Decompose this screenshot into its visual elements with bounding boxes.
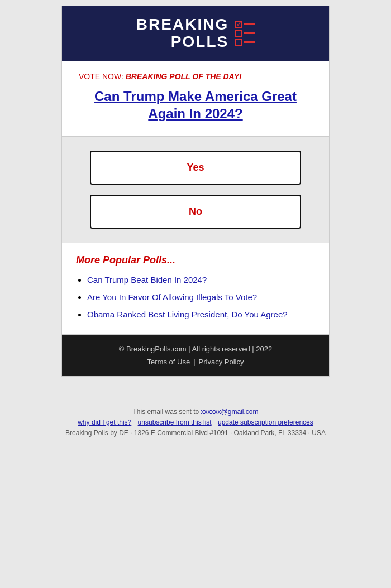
yes-button[interactable]: Yes bbox=[90, 151, 301, 185]
vote-label: VOTE NOW: BREAKING POLL OF THE DAY! bbox=[79, 72, 312, 81]
logo-row-2 bbox=[235, 30, 255, 37]
more-polls-section: More Popular Polls... Can Trump Beat Bid… bbox=[62, 243, 329, 335]
poll-link-1[interactable]: Can Trump Beat Biden In 2024? bbox=[87, 275, 207, 285]
logo-icon bbox=[235, 21, 255, 46]
logo-line-3 bbox=[244, 41, 255, 43]
email-footer: This email was sent to xxxxxx@gmail.com … bbox=[0, 408, 391, 437]
separator-line bbox=[0, 399, 391, 399]
checkbox-icon-2 bbox=[235, 30, 242, 37]
header-section: BREAKING POLLS bbox=[62, 6, 329, 61]
logo-line-1 bbox=[244, 23, 255, 25]
footer-section: © BreakingPolls.com | All rights reserve… bbox=[62, 335, 329, 376]
vote-label-emphasis: BREAKING POLL OF THE DAY! bbox=[126, 72, 242, 81]
sent-prefix: This email was sent to bbox=[133, 408, 201, 416]
no-button[interactable]: No bbox=[90, 195, 301, 229]
logo-text: BREAKING POLLS bbox=[136, 16, 228, 51]
logo-row-3 bbox=[235, 39, 255, 46]
privacy-policy-link[interactable]: Privacy Policy bbox=[199, 358, 244, 366]
more-polls-title: More Popular Polls... bbox=[76, 254, 315, 266]
email-footer-links: why did I get this? unsubscribe from thi… bbox=[11, 418, 380, 426]
list-item: Are You In Favor Of Allowing Illegals To… bbox=[87, 291, 315, 303]
why-link[interactable]: why did I get this? bbox=[78, 418, 131, 426]
logo-row-1 bbox=[235, 21, 255, 28]
logo-line-2 bbox=[244, 32, 255, 34]
poll-link-3[interactable]: Obama Ranked Best Living President, Do Y… bbox=[87, 310, 288, 319]
vote-section: VOTE NOW: BREAKING POLL OF THE DAY! Can … bbox=[62, 61, 329, 137]
polls-list: Can Trump Beat Biden In 2024? Are You In… bbox=[76, 274, 315, 320]
footer-copyright: © BreakingPolls.com | All rights reserve… bbox=[73, 345, 318, 353]
voting-section: Yes No bbox=[62, 137, 329, 243]
terms-of-use-link[interactable]: Terms of Use bbox=[147, 358, 190, 366]
poll-link-2[interactable]: Are You In Favor Of Allowing Illegals To… bbox=[87, 292, 257, 302]
vote-label-prefix: VOTE NOW: bbox=[79, 72, 126, 81]
unsubscribe-link[interactable]: unsubscribe from this list bbox=[138, 418, 212, 426]
poll-question: Can Trump Make America Great Again In 20… bbox=[79, 88, 312, 122]
email-sent-text: This email was sent to xxxxxx@gmail.com bbox=[11, 408, 380, 416]
footer-links: Terms of Use | Privacy Policy bbox=[73, 358, 318, 366]
checkbox-icon-3 bbox=[235, 39, 242, 46]
recipient-email[interactable]: xxxxxx@gmail.com bbox=[201, 408, 259, 416]
footer-divider: | bbox=[193, 358, 195, 366]
footer-address: Breaking Polls by DE · 1326 E Commercial… bbox=[11, 429, 380, 437]
preferences-link[interactable]: update subscription preferences bbox=[218, 418, 313, 426]
list-item: Can Trump Beat Biden In 2024? bbox=[87, 274, 315, 286]
brand-line1: BREAKING bbox=[136, 16, 228, 33]
checkbox-icon-1 bbox=[235, 21, 242, 28]
list-item: Obama Ranked Best Living President, Do Y… bbox=[87, 309, 315, 320]
brand-line2: POLLS bbox=[171, 33, 228, 50]
